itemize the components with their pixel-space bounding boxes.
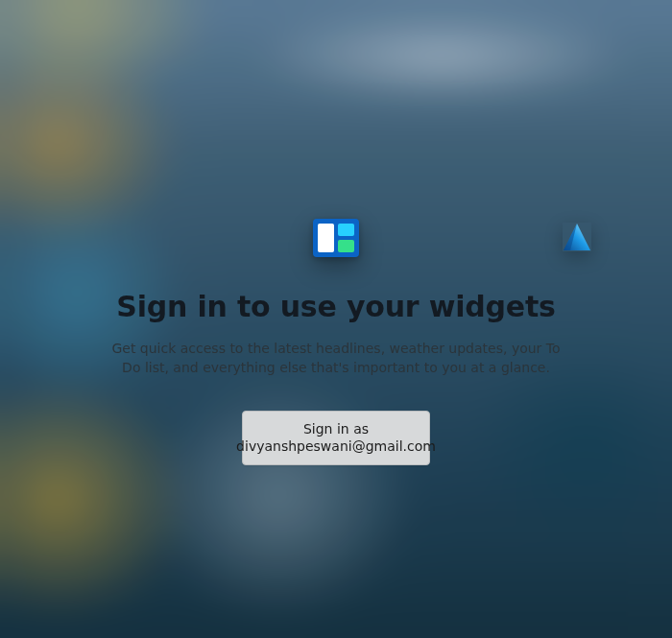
signin-button-account: divyanshpeswani@gmail.com	[236, 437, 436, 455]
signin-button-label: Sign in as	[303, 420, 369, 437]
widgets-icon-left-pane	[318, 224, 334, 252]
signin-button[interactable]: Sign in as divyanshpeswani@gmail.com	[242, 411, 430, 465]
widgets-signin-dialog: Sign in to use your widgets Get quick ac…	[0, 0, 672, 638]
widgets-icon-cell-top	[338, 224, 354, 236]
widgets-icon-cell-bottom	[338, 240, 354, 252]
widgets-icon-right-pane	[338, 224, 354, 252]
widgets-icon	[313, 219, 359, 257]
signin-subtext: Get quick access to the latest headlines…	[106, 339, 566, 378]
signin-heading: Sign in to use your widgets	[116, 290, 556, 323]
